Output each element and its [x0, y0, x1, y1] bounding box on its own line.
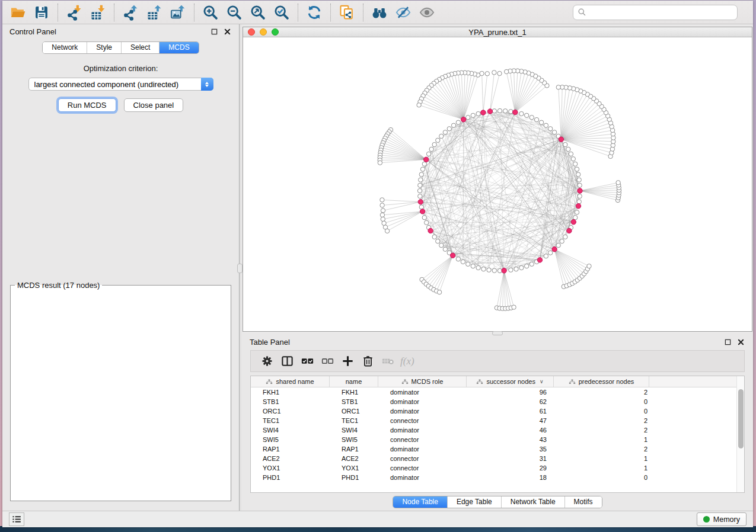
network-node[interactable]	[492, 109, 496, 113]
network-node[interactable]	[417, 188, 422, 193]
network-node[interactable]	[451, 123, 455, 127]
network-node[interactable]	[466, 262, 470, 266]
network-node[interactable]	[616, 181, 620, 185]
network-node[interactable]	[529, 116, 534, 120]
network-node[interactable]	[539, 120, 543, 124]
network-node[interactable]	[417, 103, 421, 107]
network-node[interactable]	[418, 183, 422, 187]
network-node[interactable]	[432, 142, 436, 146]
network-node[interactable]	[418, 194, 422, 198]
network-node[interactable]	[456, 120, 460, 124]
network-node[interactable]	[519, 111, 524, 116]
column-header-predecessor-nodes[interactable]: predecessor nodes	[554, 376, 649, 387]
network-node[interactable]	[505, 69, 509, 73]
splitter-grip-icon[interactable]	[492, 331, 503, 335]
tab-style[interactable]: Style	[87, 42, 121, 53]
export-image-button[interactable]	[166, 2, 190, 23]
network-node[interactable]	[571, 157, 575, 161]
network-node[interactable]	[380, 203, 384, 207]
network-node[interactable]	[525, 264, 529, 268]
network-node[interactable]	[497, 71, 502, 75]
network-node[interactable]	[476, 265, 480, 270]
column-header-shared-name[interactable]: shared name	[251, 376, 330, 387]
table-row[interactable]: SWI5SWI5connector431	[251, 435, 744, 444]
network-node[interactable]	[456, 257, 460, 261]
network-node[interactable]	[576, 172, 580, 177]
deselect-all-button[interactable]	[317, 352, 337, 370]
splitter-grip-icon[interactable]	[237, 264, 243, 273]
panel-splitter-vertical[interactable]	[239, 24, 241, 511]
network-node[interactable]	[485, 72, 489, 76]
network-node[interactable]	[548, 127, 553, 131]
network-node[interactable]	[548, 251, 553, 255]
network-node[interactable]	[575, 210, 579, 214]
network-node[interactable]	[563, 142, 567, 146]
select-all-button[interactable]	[297, 352, 317, 370]
table-row[interactable]: YOX1YOX1connector291	[251, 463, 744, 473]
export-network-button[interactable]	[119, 2, 142, 23]
column-header-successor-nodes[interactable]: successor nodes∨	[467, 376, 554, 387]
network-node[interactable]	[436, 239, 440, 243]
network-node[interactable]	[497, 108, 502, 113]
mcds-node[interactable]	[461, 117, 466, 122]
table-scrollbar[interactable]	[736, 376, 744, 492]
table-row[interactable]: ORC1ORC1dominator610	[251, 406, 744, 416]
run-mcds-button[interactable]: Run MCDS	[58, 98, 116, 112]
network-node[interactable]	[443, 247, 447, 251]
network-node[interactable]	[563, 235, 567, 239]
network-node[interactable]	[471, 113, 475, 117]
network-node[interactable]	[439, 243, 444, 247]
mcds-node[interactable]	[424, 157, 429, 162]
split-pane-button[interactable]	[277, 352, 297, 370]
network-node[interactable]	[432, 235, 436, 239]
mcds-node[interactable]	[428, 228, 433, 233]
network-node[interactable]	[419, 205, 423, 209]
network-node[interactable]	[552, 130, 556, 134]
function-builder-icon[interactable]: f(x)	[398, 355, 414, 367]
network-node[interactable]	[426, 152, 430, 156]
network-node[interactable]	[436, 138, 440, 142]
save-button[interactable]	[30, 2, 53, 23]
optimization-select[interactable]: largest connected component (undirected)	[28, 78, 213, 91]
network-node[interactable]	[519, 265, 524, 270]
network-node[interactable]	[578, 194, 582, 198]
open-button[interactable]	[6, 2, 30, 23]
mcds-node[interactable]	[578, 188, 582, 193]
refresh-button[interactable]	[302, 2, 326, 23]
table-row[interactable]: ACE2ACE2connector311	[251, 454, 744, 463]
network-node[interactable]	[487, 268, 491, 272]
network-node[interactable]	[560, 239, 564, 243]
network-node[interactable]	[569, 152, 573, 156]
network-node[interactable]	[380, 213, 384, 217]
mcds-node[interactable]	[571, 220, 576, 225]
tab-edge-table[interactable]: Edge Table	[447, 496, 501, 508]
network-node[interactable]	[425, 220, 429, 225]
import-network-button[interactable]	[62, 2, 86, 23]
zoom-in-button[interactable]	[199, 2, 222, 23]
network-node[interactable]	[544, 123, 548, 127]
show-all-button[interactable]	[415, 2, 439, 23]
network-node[interactable]	[492, 70, 496, 75]
hide-selected-button[interactable]	[391, 2, 415, 23]
network-node[interactable]	[443, 130, 447, 134]
close-panel-icon[interactable]	[736, 338, 745, 347]
table-row[interactable]: PHD1PHD1dominator180	[251, 473, 744, 482]
network-node[interactable]	[529, 262, 534, 266]
table-row[interactable]: STB1STB1dominator620	[251, 397, 744, 406]
table-row[interactable]: RAP1RAP1dominator352	[251, 444, 744, 454]
network-node[interactable]	[422, 162, 426, 166]
network-node[interactable]	[492, 268, 496, 273]
network-node[interactable]	[480, 71, 484, 75]
mcds-node[interactable]	[502, 268, 506, 273]
network-node[interactable]	[578, 183, 582, 187]
duplicate-network-button[interactable]	[335, 2, 359, 23]
network-node[interactable]	[385, 229, 389, 233]
search-input[interactable]	[586, 7, 737, 18]
mcds-result-list[interactable]: PHD1CAR1STP4TID3YOX1SWI4SRD1PMA2FKH1ACE2…	[11, 290, 223, 292]
zoom-fit-button[interactable]	[246, 2, 270, 23]
network-node[interactable]	[476, 111, 480, 116]
tab-motifs[interactable]: Motifs	[564, 496, 602, 508]
tab-node-table[interactable]: Node Table	[393, 496, 447, 508]
close-panel-icon[interactable]	[222, 27, 232, 37]
zoom-out-button[interactable]	[222, 2, 246, 23]
